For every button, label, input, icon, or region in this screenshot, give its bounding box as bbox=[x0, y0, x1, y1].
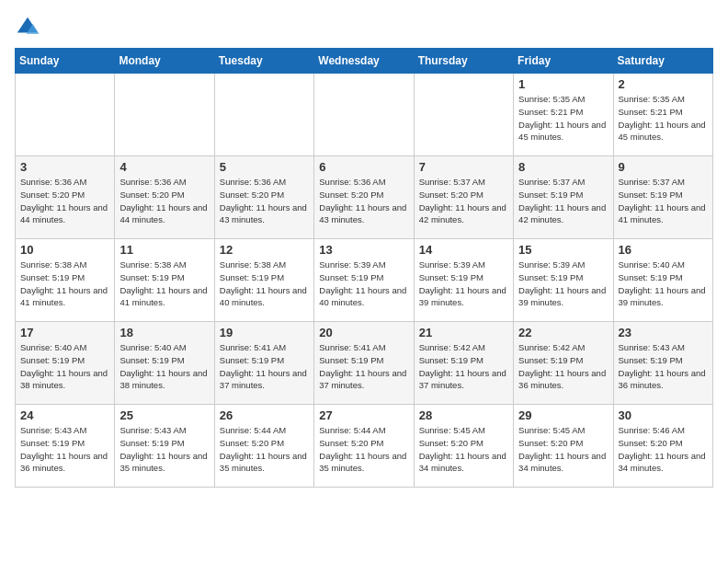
week-row-1: 1Sunrise: 5:35 AMSunset: 5:21 PMDaylight… bbox=[16, 74, 713, 156]
day-number: 24 bbox=[20, 408, 109, 422]
day-number: 4 bbox=[119, 160, 209, 174]
day-number: 11 bbox=[119, 243, 209, 257]
weekday-monday: Monday bbox=[115, 49, 214, 74]
day-info: Sunrise: 5:45 AMSunset: 5:20 PMDaylight:… bbox=[419, 425, 506, 473]
day-info: Sunrise: 5:41 AMSunset: 5:19 PMDaylight:… bbox=[319, 342, 406, 390]
day-info: Sunrise: 5:35 AMSunset: 5:21 PMDaylight:… bbox=[619, 94, 706, 142]
calendar-cell: 9Sunrise: 5:37 AMSunset: 5:19 PMDaylight… bbox=[613, 156, 712, 239]
day-number: 13 bbox=[319, 243, 408, 257]
calendar-cell: 12Sunrise: 5:38 AMSunset: 5:19 PMDayligh… bbox=[214, 239, 313, 322]
calendar-cell bbox=[314, 74, 414, 156]
calendar-cell: 1Sunrise: 5:35 AMSunset: 5:21 PMDaylight… bbox=[514, 74, 613, 156]
day-info: Sunrise: 5:37 AMSunset: 5:20 PMDaylight:… bbox=[419, 177, 506, 224]
calendar-cell: 7Sunrise: 5:37 AMSunset: 5:20 PMDaylight… bbox=[414, 156, 513, 239]
day-number: 18 bbox=[119, 326, 209, 339]
calendar-header: SundayMondayTuesdayWednesdayThursdayFrid… bbox=[16, 49, 713, 74]
day-number: 30 bbox=[619, 408, 708, 422]
day-number: 9 bbox=[619, 160, 708, 174]
weekday-wednesday: Wednesday bbox=[314, 49, 414, 74]
day-info: Sunrise: 5:44 AMSunset: 5:20 PMDaylight:… bbox=[319, 425, 406, 473]
calendar-cell: 3Sunrise: 5:36 AMSunset: 5:20 PMDaylight… bbox=[16, 156, 115, 239]
day-info: Sunrise: 5:37 AMSunset: 5:19 PMDaylight:… bbox=[619, 177, 706, 224]
calendar-cell: 18Sunrise: 5:40 AMSunset: 5:19 PMDayligh… bbox=[115, 322, 214, 405]
calendar-cell: 29Sunrise: 5:45 AMSunset: 5:20 PMDayligh… bbox=[514, 405, 613, 488]
day-number: 27 bbox=[319, 408, 408, 422]
day-number: 14 bbox=[419, 243, 508, 257]
day-info: Sunrise: 5:35 AMSunset: 5:21 PMDaylight:… bbox=[518, 94, 606, 142]
day-info: Sunrise: 5:43 AMSunset: 5:19 PMDaylight:… bbox=[619, 342, 706, 390]
calendar-cell: 21Sunrise: 5:42 AMSunset: 5:19 PMDayligh… bbox=[414, 322, 513, 405]
weekday-friday: Friday bbox=[514, 49, 613, 74]
calendar-cell: 23Sunrise: 5:43 AMSunset: 5:19 PMDayligh… bbox=[613, 322, 712, 405]
calendar-cell: 11Sunrise: 5:38 AMSunset: 5:19 PMDayligh… bbox=[115, 239, 214, 322]
day-info: Sunrise: 5:36 AMSunset: 5:20 PMDaylight:… bbox=[220, 177, 307, 224]
calendar-cell bbox=[16, 74, 115, 156]
week-row-4: 17Sunrise: 5:40 AMSunset: 5:19 PMDayligh… bbox=[16, 322, 713, 405]
day-info: Sunrise: 5:38 AMSunset: 5:19 PMDaylight:… bbox=[20, 259, 108, 307]
day-info: Sunrise: 5:45 AMSunset: 5:20 PMDaylight:… bbox=[518, 425, 606, 473]
calendar-cell bbox=[214, 74, 313, 156]
weekday-sunday: Sunday bbox=[16, 49, 115, 74]
weekday-saturday: Saturday bbox=[613, 49, 712, 74]
day-number: 26 bbox=[220, 408, 309, 422]
page-header bbox=[15, 15, 713, 40]
day-info: Sunrise: 5:41 AMSunset: 5:19 PMDaylight:… bbox=[220, 342, 307, 390]
calendar-cell: 10Sunrise: 5:38 AMSunset: 5:19 PMDayligh… bbox=[16, 239, 115, 322]
day-info: Sunrise: 5:40 AMSunset: 5:19 PMDaylight:… bbox=[619, 259, 706, 307]
day-number: 20 bbox=[319, 326, 408, 339]
day-info: Sunrise: 5:42 AMSunset: 5:19 PMDaylight:… bbox=[419, 342, 506, 390]
calendar-cell: 22Sunrise: 5:42 AMSunset: 5:19 PMDayligh… bbox=[514, 322, 613, 405]
calendar-cell: 5Sunrise: 5:36 AMSunset: 5:20 PMDaylight… bbox=[214, 156, 313, 239]
calendar-cell: 16Sunrise: 5:40 AMSunset: 5:19 PMDayligh… bbox=[613, 239, 712, 322]
calendar-cell: 14Sunrise: 5:39 AMSunset: 5:19 PMDayligh… bbox=[414, 239, 513, 322]
day-info: Sunrise: 5:37 AMSunset: 5:19 PMDaylight:… bbox=[518, 177, 606, 224]
logo bbox=[15, 15, 44, 40]
calendar-cell: 28Sunrise: 5:45 AMSunset: 5:20 PMDayligh… bbox=[414, 405, 513, 488]
calendar-cell: 20Sunrise: 5:41 AMSunset: 5:19 PMDayligh… bbox=[314, 322, 414, 405]
calendar-cell: 25Sunrise: 5:43 AMSunset: 5:19 PMDayligh… bbox=[115, 405, 214, 488]
day-number: 10 bbox=[20, 243, 109, 257]
calendar-cell: 26Sunrise: 5:44 AMSunset: 5:20 PMDayligh… bbox=[214, 405, 313, 488]
day-number: 15 bbox=[518, 243, 608, 257]
calendar-cell: 2Sunrise: 5:35 AMSunset: 5:21 PMDaylight… bbox=[613, 74, 712, 156]
day-info: Sunrise: 5:46 AMSunset: 5:20 PMDaylight:… bbox=[619, 425, 706, 473]
day-number: 21 bbox=[419, 326, 508, 339]
calendar-cell: 4Sunrise: 5:36 AMSunset: 5:20 PMDaylight… bbox=[115, 156, 214, 239]
day-info: Sunrise: 5:36 AMSunset: 5:20 PMDaylight:… bbox=[119, 177, 207, 224]
week-row-2: 3Sunrise: 5:36 AMSunset: 5:20 PMDaylight… bbox=[16, 156, 713, 239]
weekday-thursday: Thursday bbox=[414, 49, 513, 74]
calendar-body: 1Sunrise: 5:35 AMSunset: 5:21 PMDaylight… bbox=[16, 74, 713, 488]
day-number: 29 bbox=[518, 408, 608, 422]
calendar-cell: 27Sunrise: 5:44 AMSunset: 5:20 PMDayligh… bbox=[314, 405, 414, 488]
day-info: Sunrise: 5:38 AMSunset: 5:19 PMDaylight:… bbox=[220, 259, 307, 307]
day-number: 23 bbox=[619, 326, 708, 339]
day-number: 7 bbox=[419, 160, 508, 174]
day-number: 2 bbox=[619, 77, 708, 91]
calendar-cell bbox=[414, 74, 513, 156]
day-info: Sunrise: 5:36 AMSunset: 5:20 PMDaylight:… bbox=[20, 177, 108, 224]
day-number: 6 bbox=[319, 160, 408, 174]
day-number: 8 bbox=[518, 160, 608, 174]
calendar-cell: 24Sunrise: 5:43 AMSunset: 5:19 PMDayligh… bbox=[16, 405, 115, 488]
weekday-tuesday: Tuesday bbox=[214, 49, 313, 74]
logo-icon bbox=[15, 15, 40, 40]
calendar-cell: 15Sunrise: 5:39 AMSunset: 5:19 PMDayligh… bbox=[514, 239, 613, 322]
day-number: 17 bbox=[20, 326, 109, 339]
day-number: 12 bbox=[220, 243, 309, 257]
day-info: Sunrise: 5:43 AMSunset: 5:19 PMDaylight:… bbox=[119, 425, 207, 473]
day-info: Sunrise: 5:39 AMSunset: 5:19 PMDaylight:… bbox=[419, 259, 506, 307]
day-info: Sunrise: 5:40 AMSunset: 5:19 PMDaylight:… bbox=[119, 342, 207, 390]
calendar-cell: 13Sunrise: 5:39 AMSunset: 5:19 PMDayligh… bbox=[314, 239, 414, 322]
day-info: Sunrise: 5:39 AMSunset: 5:19 PMDaylight:… bbox=[319, 259, 406, 307]
day-number: 5 bbox=[220, 160, 309, 174]
week-row-3: 10Sunrise: 5:38 AMSunset: 5:19 PMDayligh… bbox=[16, 239, 713, 322]
calendar-cell: 30Sunrise: 5:46 AMSunset: 5:20 PMDayligh… bbox=[613, 405, 712, 488]
day-number: 25 bbox=[119, 408, 209, 422]
day-number: 28 bbox=[419, 408, 508, 422]
week-row-5: 24Sunrise: 5:43 AMSunset: 5:19 PMDayligh… bbox=[16, 405, 713, 488]
day-info: Sunrise: 5:38 AMSunset: 5:19 PMDaylight:… bbox=[119, 259, 207, 307]
calendar-cell bbox=[115, 74, 214, 156]
day-number: 19 bbox=[220, 326, 309, 339]
day-number: 1 bbox=[518, 77, 608, 91]
calendar-cell: 17Sunrise: 5:40 AMSunset: 5:19 PMDayligh… bbox=[16, 322, 115, 405]
